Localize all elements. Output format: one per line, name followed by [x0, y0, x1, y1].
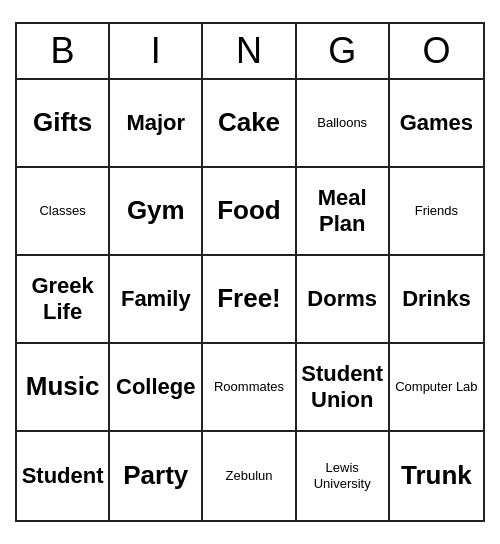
bingo-cell: Gifts — [17, 80, 110, 168]
bingo-cell: Computer Lab — [390, 344, 483, 432]
cell-label: Balloons — [317, 115, 367, 131]
cell-label: Greek Life — [21, 273, 104, 326]
bingo-letter: G — [297, 24, 390, 78]
bingo-cell: Lewis University — [297, 432, 390, 520]
cell-label: Drinks — [402, 286, 470, 312]
bingo-cell: Free! — [203, 256, 296, 344]
bingo-cell: Family — [110, 256, 203, 344]
bingo-cell: Music — [17, 344, 110, 432]
bingo-cell: Drinks — [390, 256, 483, 344]
bingo-letter: O — [390, 24, 483, 78]
cell-label: Trunk — [401, 460, 472, 491]
bingo-cell: Trunk — [390, 432, 483, 520]
cell-label: Food — [217, 195, 281, 226]
cell-label: Games — [400, 110, 473, 136]
bingo-cell: Friends — [390, 168, 483, 256]
bingo-cell: Food — [203, 168, 296, 256]
bingo-cell: Major — [110, 80, 203, 168]
bingo-cell: Games — [390, 80, 483, 168]
bingo-cell: Greek Life — [17, 256, 110, 344]
cell-label: Computer Lab — [395, 379, 477, 395]
cell-label: Classes — [39, 203, 85, 219]
cell-label: Music — [26, 371, 100, 402]
cell-label: Lewis University — [301, 460, 384, 491]
cell-label: Party — [123, 460, 188, 491]
bingo-cell: Classes — [17, 168, 110, 256]
cell-label: Gym — [127, 195, 185, 226]
bingo-grid: GiftsMajorCakeBalloonsGamesClassesGymFoo… — [17, 80, 483, 520]
bingo-cell: Student — [17, 432, 110, 520]
cell-label: Friends — [415, 203, 458, 219]
bingo-cell: Roommates — [203, 344, 296, 432]
cell-label: College — [116, 374, 195, 400]
bingo-cell: Balloons — [297, 80, 390, 168]
cell-label: Zebulun — [226, 468, 273, 484]
bingo-cell: Gym — [110, 168, 203, 256]
cell-label: Meal Plan — [301, 185, 384, 238]
cell-label: Cake — [218, 107, 280, 138]
cell-label: Student Union — [301, 361, 384, 414]
bingo-cell: Party — [110, 432, 203, 520]
bingo-cell: Dorms — [297, 256, 390, 344]
cell-label: Student — [22, 463, 104, 489]
bingo-cell: Student Union — [297, 344, 390, 432]
bingo-letter: I — [110, 24, 203, 78]
bingo-letter: N — [203, 24, 296, 78]
bingo-card: BINGO GiftsMajorCakeBalloonsGamesClasses… — [15, 22, 485, 522]
bingo-cell: College — [110, 344, 203, 432]
cell-label: Roommates — [214, 379, 284, 395]
cell-label: Major — [126, 110, 185, 136]
bingo-cell: Meal Plan — [297, 168, 390, 256]
cell-label: Free! — [217, 283, 281, 314]
bingo-letter: B — [17, 24, 110, 78]
bingo-cell: Zebulun — [203, 432, 296, 520]
cell-label: Dorms — [307, 286, 377, 312]
bingo-header: BINGO — [17, 24, 483, 80]
cell-label: Family — [121, 286, 191, 312]
cell-label: Gifts — [33, 107, 92, 138]
bingo-cell: Cake — [203, 80, 296, 168]
